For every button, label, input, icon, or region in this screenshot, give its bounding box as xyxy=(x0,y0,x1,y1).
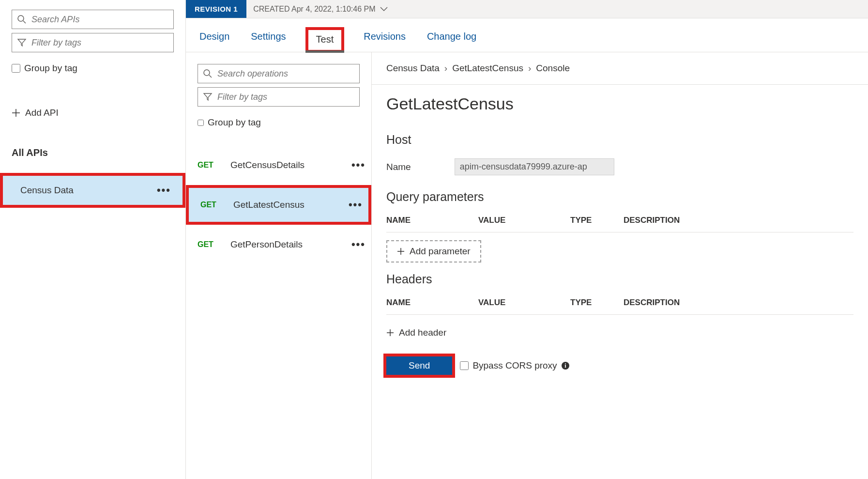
add-parameter-label: Add parameter xyxy=(410,246,471,257)
group-by-tag-checkbox[interactable]: Group by tag xyxy=(0,61,185,74)
tab-settings[interactable]: Settings xyxy=(249,31,288,52)
details-panel: Census Data › GetLatestCensus › Console … xyxy=(372,52,868,479)
filter-operations-field[interactable] xyxy=(198,87,360,107)
operation-name: GetPersonDetails xyxy=(230,239,338,250)
filter-icon xyxy=(17,38,27,47)
breadcrumb: Census Data › GetLatestCensus › Console xyxy=(372,52,868,85)
search-apis-input[interactable] xyxy=(31,15,168,25)
chevron-down-icon xyxy=(380,7,388,12)
revision-badge[interactable]: REVISION 1 xyxy=(186,0,246,18)
main-content: REVISION 1 CREATED Apr 4, 2022, 1:10:46 … xyxy=(186,0,868,479)
all-apis-heading[interactable]: All APIs xyxy=(0,147,185,158)
search-icon xyxy=(17,15,27,24)
headers-title: Headers xyxy=(386,272,853,286)
add-api-label: Add API xyxy=(25,108,59,118)
search-icon xyxy=(203,69,213,78)
plus-icon xyxy=(386,329,394,337)
col-value: VALUE xyxy=(478,298,565,308)
more-icon[interactable]: ••• xyxy=(157,184,171,197)
col-type: TYPE xyxy=(570,216,619,225)
more-icon[interactable]: ••• xyxy=(349,199,363,211)
add-header-button[interactable]: Add header xyxy=(386,323,446,343)
send-button[interactable]: Send xyxy=(386,356,452,375)
headers-table: NAME VALUE TYPE DESCRIPTION Add header xyxy=(386,298,853,343)
svg-point-4 xyxy=(204,70,210,76)
tab-design[interactable]: Design xyxy=(198,31,231,52)
breadcrumb-item[interactable]: Census Data xyxy=(386,63,440,74)
svg-line-5 xyxy=(209,75,212,77)
col-description: DESCRIPTION xyxy=(624,216,720,225)
add-parameter-button[interactable]: Add parameter xyxy=(386,240,481,263)
plus-icon xyxy=(12,108,20,117)
tabs: Design Settings Test Revisions Change lo… xyxy=(186,18,868,52)
filter-tags-field[interactable] xyxy=(12,33,174,52)
col-name: NAME xyxy=(386,216,473,225)
revision-created[interactable]: CREATED Apr 4, 2022, 1:10:46 PM xyxy=(246,5,388,14)
operation-title: GetLatestCensus xyxy=(386,94,853,113)
api-item-label: Census Data xyxy=(20,185,74,196)
breadcrumb-separator: › xyxy=(528,63,531,74)
info-icon[interactable]: i xyxy=(561,361,570,370)
breadcrumb-item[interactable]: GetLatestCensus xyxy=(452,63,523,74)
host-name-label: Name xyxy=(386,162,411,172)
add-header-label: Add header xyxy=(399,327,446,338)
col-name: NAME xyxy=(386,298,473,308)
breadcrumb-item[interactable]: Console xyxy=(536,63,570,74)
tab-change-log[interactable]: Change log xyxy=(425,31,478,52)
col-type: TYPE xyxy=(570,298,619,308)
host-section-title: Host xyxy=(386,133,853,147)
apis-sidebar: Group by tag Add API All APIs Census Dat… xyxy=(0,0,186,479)
operation-item[interactable]: GET GetLatestCensus ••• xyxy=(186,185,371,225)
bypass-cors-label: Bypass CORS proxy xyxy=(472,360,557,371)
operations-group-by-tag-label: Group by tag xyxy=(208,117,261,128)
host-name-input[interactable] xyxy=(455,158,614,175)
operations-group-by-tag-checkbox[interactable]: Group by tag xyxy=(186,115,371,128)
more-icon[interactable]: ••• xyxy=(351,159,365,171)
bypass-cors-checkbox[interactable]: Bypass CORS proxy i xyxy=(460,360,569,371)
filter-icon xyxy=(203,92,213,102)
more-icon[interactable]: ••• xyxy=(351,238,365,251)
search-apis-field[interactable] xyxy=(12,10,174,29)
revision-bar: REVISION 1 CREATED Apr 4, 2022, 1:10:46 … xyxy=(186,0,868,18)
tab-test[interactable]: Test xyxy=(305,27,345,53)
breadcrumb-separator: › xyxy=(444,63,447,74)
http-method-badge: GET xyxy=(198,161,217,170)
operation-name: GetLatestCensus xyxy=(233,200,335,210)
operations-list: GET GetCensusDetails ••• GET GetLatestCe… xyxy=(186,145,371,264)
group-by-tag-label: Group by tag xyxy=(24,63,77,74)
operation-item[interactable]: GET GetCensusDetails ••• xyxy=(186,145,371,185)
api-list: Census Data ••• xyxy=(0,173,185,208)
operation-item[interactable]: GET GetPersonDetails ••• xyxy=(186,225,371,264)
operations-panel: Group by tag GET GetCensusDetails ••• GE… xyxy=(186,52,372,479)
tab-revisions[interactable]: Revisions xyxy=(362,31,408,52)
filter-operations-input[interactable] xyxy=(217,92,354,102)
http-method-badge: GET xyxy=(198,240,217,249)
svg-line-1 xyxy=(23,21,26,23)
api-item-census-data[interactable]: Census Data ••• xyxy=(0,173,185,208)
search-operations-field[interactable] xyxy=(198,64,360,83)
col-value: VALUE xyxy=(478,216,565,225)
svg-point-0 xyxy=(18,15,24,21)
http-method-badge: GET xyxy=(200,201,220,209)
search-operations-input[interactable] xyxy=(217,69,354,79)
filter-tags-input[interactable] xyxy=(31,38,168,48)
revision-created-label: CREATED Apr 4, 2022, 1:10:46 PM xyxy=(253,5,375,14)
col-description: DESCRIPTION xyxy=(624,298,720,308)
query-params-table: NAME VALUE TYPE DESCRIPTION Add paramete… xyxy=(386,216,853,263)
operation-name: GetCensusDetails xyxy=(230,160,338,170)
query-params-title: Query parameters xyxy=(386,190,853,204)
add-api-button[interactable]: Add API xyxy=(0,108,185,118)
plus-icon xyxy=(397,247,405,255)
